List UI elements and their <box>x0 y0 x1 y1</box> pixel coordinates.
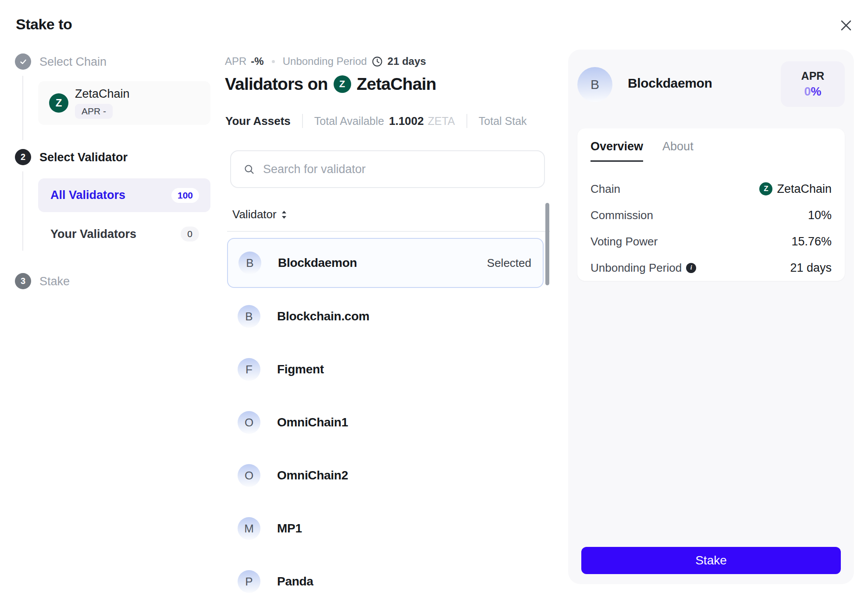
validator-row[interactable]: O OmniChain1 <box>227 405 544 440</box>
step2-label: Select Validator <box>39 151 128 164</box>
info-icon[interactable]: i <box>686 263 696 273</box>
zetachain-logo-icon: Z <box>759 182 772 195</box>
detail-tabs: Overview About <box>591 140 694 162</box>
validator-detail-panel: B Blockdaemon APR 0% Overview About Chai… <box>568 50 854 584</box>
validator-column-label: Validator <box>232 208 277 221</box>
apr-value-number: 0 <box>804 85 811 98</box>
stepper-connector <box>22 76 23 140</box>
avatar: P <box>238 570 260 593</box>
apr-value-percent: % <box>811 85 822 98</box>
filter-all-validators[interactable]: All Validators 100 <box>38 178 210 212</box>
assets-summary-row: Your Assets Total Available 1.1002 ZETA … <box>225 113 556 129</box>
step1-label: Select Chain <box>39 55 107 69</box>
chain-apr-badge: APR - <box>75 104 113 119</box>
validator-name: Figment <box>277 362 324 376</box>
step1-done-circle <box>15 53 31 70</box>
voting-power-label: Voting Power <box>591 235 658 248</box>
stake-modal: Stake to Select Chain Z ZetaChain APR - … <box>0 0 868 603</box>
divider <box>227 231 550 232</box>
apr-chip-label: APR <box>801 70 825 82</box>
step2-number: 2 <box>21 152 25 162</box>
commission-label: Commission <box>591 209 653 222</box>
selected-badge: Selected <box>487 256 531 270</box>
meta-unbonding-value: 21 days <box>388 55 426 67</box>
chain-label: Chain <box>591 182 620 196</box>
validator-name: Blockchain.com <box>277 309 370 323</box>
search-input[interactable] <box>263 163 526 176</box>
selected-chain-card[interactable]: Z ZetaChain APR - <box>38 81 210 125</box>
close-icon <box>840 19 853 32</box>
scrollbar-thumb[interactable] <box>545 203 549 285</box>
detail-row-unbonding: Unbonding Period i 21 days <box>591 255 832 281</box>
total-available-value: 1.1002 <box>389 114 424 128</box>
your-assets-label: Your Assets <box>225 114 291 128</box>
avatar: M <box>238 517 260 540</box>
validator-name: Blockdaemon <box>278 256 357 270</box>
apr-chip-value: 0% <box>804 85 821 99</box>
zetachain-logo-icon: Z <box>334 75 351 93</box>
sort-icon <box>281 209 288 220</box>
unbonding-label-text: Unbonding Period <box>591 261 682 275</box>
check-icon <box>19 58 27 66</box>
detail-row-commission: Commission 10% <box>591 202 832 228</box>
tab-about[interactable]: About <box>662 140 694 162</box>
voting-power-value: 15.76% <box>791 235 832 248</box>
divider <box>302 114 303 128</box>
step3-label: Stake <box>39 275 70 288</box>
step3-number: 3 <box>21 276 25 286</box>
selected-chain-name: ZetaChain <box>75 87 130 101</box>
chain-meta-row: APR -% Unbonding Period 21 days <box>225 54 426 68</box>
commission-value: 10% <box>808 209 832 222</box>
meta-apr-value: -% <box>251 55 263 67</box>
modal-title: Stake to <box>16 16 72 33</box>
page-title-row: Validators on Z ZetaChain <box>225 74 436 94</box>
filter-all-label: All Validators <box>50 188 125 202</box>
validator-name: MP1 <box>277 521 302 536</box>
avatar: B <box>238 305 260 328</box>
avatar: F <box>238 358 260 381</box>
page-title-chain: ZetaChain <box>357 74 436 94</box>
step3-circle: 3 <box>15 273 31 289</box>
validator-row[interactable]: F Figment <box>227 352 544 387</box>
detail-card: Overview About Chain Z ZetaChain Commiss… <box>577 128 845 281</box>
validator-name: OmniChain1 <box>277 415 348 429</box>
unbonding-value: 21 days <box>790 261 832 275</box>
page-title: Validators on <box>225 74 328 94</box>
search-icon <box>243 163 255 175</box>
validator-row[interactable]: B Blockchain.com <box>227 299 544 334</box>
apr-chip: APR 0% <box>781 61 845 107</box>
filter-all-count-badge: 100 <box>171 188 199 203</box>
detail-validator-name: Blockdaemon <box>628 76 712 91</box>
total-available-label: Total Available <box>314 115 384 128</box>
validator-row[interactable]: O OmniChain2 <box>227 458 544 493</box>
avatar: O <box>238 464 260 487</box>
zetachain-logo-icon: Z <box>49 93 68 113</box>
total-staked-label: Total Stak <box>479 115 527 128</box>
stepper-connector <box>22 171 23 251</box>
detail-row-chain: Chain Z ZetaChain <box>591 176 832 202</box>
dot-separator <box>272 60 275 63</box>
filter-your-validators[interactable]: Your Validators 0 <box>38 223 210 245</box>
meta-apr-label: APR <box>225 55 246 67</box>
chain-value-text: ZetaChain <box>777 182 832 196</box>
avatar: O <box>238 411 260 434</box>
detail-row-voting-power: Voting Power 15.76% <box>591 228 832 255</box>
total-available-unit: ZETA <box>428 115 455 128</box>
filter-your-label: Your Validators <box>50 227 136 241</box>
unbonding-label: Unbonding Period i <box>591 261 696 275</box>
tab-overview[interactable]: Overview <box>591 140 643 162</box>
filter-your-count-badge: 0 <box>181 227 199 241</box>
validator-row[interactable]: P Panda <box>227 564 544 599</box>
validator-column-header[interactable]: Validator <box>232 208 288 221</box>
validator-row[interactable]: M MP1 <box>227 511 544 546</box>
meta-unbonding-label: Unbonding Period <box>283 55 367 67</box>
validator-name: Panda <box>277 575 313 589</box>
chain-value: Z ZetaChain <box>759 182 832 196</box>
stake-button[interactable]: Stake <box>581 547 841 574</box>
close-button[interactable] <box>836 15 857 36</box>
detail-rows: Chain Z ZetaChain Commission 10% Voting … <box>591 176 832 281</box>
avatar: B <box>238 252 261 274</box>
clock-icon <box>371 56 383 67</box>
validator-search[interactable] <box>230 150 545 188</box>
validator-row-selected[interactable]: B Blockdaemon Selected <box>227 238 544 288</box>
